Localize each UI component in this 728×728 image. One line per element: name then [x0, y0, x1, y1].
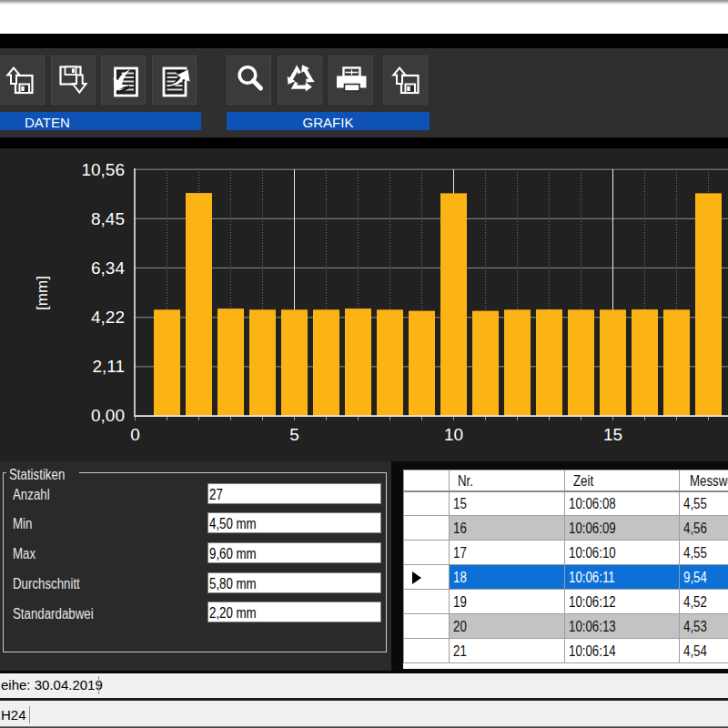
- svg-text:4,22: 4,22: [91, 308, 125, 327]
- svg-text:8,45: 8,45: [91, 209, 125, 228]
- svg-text:[mm]: [mm]: [34, 276, 51, 310]
- svg-text:6,34: 6,34: [91, 258, 125, 278]
- svg-text:0: 0: [130, 425, 140, 444]
- svg-text:10: 10: [444, 425, 463, 444]
- svg-text:15: 15: [603, 425, 622, 444]
- svg-text:10,56: 10,56: [81, 160, 125, 179]
- svg-text:5: 5: [289, 425, 299, 444]
- svg-text:0,00: 0,00: [91, 406, 125, 425]
- svg-text:2,11: 2,11: [92, 357, 125, 376]
